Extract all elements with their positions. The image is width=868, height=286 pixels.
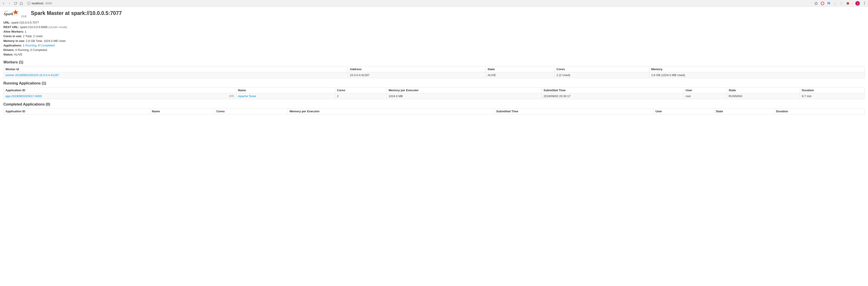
completed-apps-heading: Completed Applications (0) bbox=[3, 102, 865, 106]
meta-drivers: Drivers: 0 Running, 0 Completed bbox=[3, 48, 865, 52]
completed-apps-link[interactable]: Completed bbox=[40, 44, 55, 47]
app-id-link[interactable]: app-20190903203017-0000 bbox=[5, 94, 42, 98]
extension-icon-1[interactable] bbox=[833, 2, 837, 5]
svg-rect-6 bbox=[847, 2, 849, 4]
col-name: Name bbox=[236, 87, 335, 93]
worker-id-link[interactable]: worker-20190903200103-10.0.0.4-41287 bbox=[5, 73, 59, 77]
forward-button[interactable] bbox=[8, 2, 11, 5]
app-name-link[interactable]: Apache Toree bbox=[238, 94, 256, 98]
spark-logo-block: APACHE Spark ™ 2.3.0 bbox=[3, 9, 26, 18]
meta-alive-workers: Alive Workers: 1 bbox=[3, 29, 865, 34]
col-worker-id: Worker Id bbox=[4, 66, 348, 72]
col-state: State bbox=[727, 87, 800, 93]
col-user: User bbox=[684, 87, 727, 93]
address-bar[interactable]: i localhost:8080 bbox=[27, 2, 52, 5]
running-app-row: app-20190903203017-0000(kill) Apache Tor… bbox=[4, 93, 865, 99]
meta-url: URL: spark://10.0.0.5:7077 bbox=[3, 20, 865, 25]
col-cores: Cores bbox=[555, 66, 649, 72]
col-cores: Cores bbox=[335, 87, 386, 93]
toolbar-right: J bbox=[814, 1, 866, 6]
page-title: Spark Master at spark://10.0.0.5:7077 bbox=[31, 10, 122, 16]
col-submitted: Submitted Time bbox=[494, 108, 654, 114]
col-app-id: Application ID bbox=[4, 108, 150, 114]
svg-marker-0 bbox=[814, 2, 817, 5]
worker-address: 10.0.0.4:41287 bbox=[348, 72, 486, 78]
reload-button[interactable] bbox=[13, 2, 17, 5]
workers-heading: Workers (1) bbox=[3, 60, 865, 64]
avatar-letter: J bbox=[857, 2, 858, 5]
app-mem: 1024.0 MB bbox=[386, 93, 541, 99]
menu-button[interactable] bbox=[863, 2, 866, 5]
opera-icon[interactable] bbox=[821, 2, 824, 5]
col-duration: Duration bbox=[774, 108, 864, 114]
meta-rest-url: REST URL: spark://10.0.0.5:6066 (cluster… bbox=[3, 25, 865, 29]
running-apps-link[interactable]: Running bbox=[25, 44, 36, 47]
star-icon[interactable] bbox=[814, 2, 818, 5]
col-name: Name bbox=[150, 108, 214, 114]
page-content: APACHE Spark ™ 2.3.0 Spark Master at spa… bbox=[0, 7, 868, 122]
back-button[interactable] bbox=[2, 2, 5, 5]
svg-rect-7 bbox=[847, 2, 848, 2]
browser-toolbar: i localhost:8080 J bbox=[0, 0, 868, 7]
running-apps-heading: Running Applications (1) bbox=[3, 81, 865, 85]
workers-table: Worker Id Address State Cores Memory wor… bbox=[3, 66, 865, 78]
col-submitted: Submitted Time bbox=[542, 87, 684, 93]
svg-text:APACHE: APACHE bbox=[4, 11, 8, 12]
col-duration: Duration bbox=[800, 87, 864, 93]
svg-text:Spark: Spark bbox=[4, 11, 13, 16]
page-header: APACHE Spark ™ 2.3.0 Spark Master at spa… bbox=[3, 9, 865, 18]
col-memory: Memory bbox=[649, 66, 865, 72]
url-port: :8080 bbox=[44, 2, 52, 5]
worker-row: worker-20190903200103-10.0.0.4-41287 10.… bbox=[4, 72, 865, 78]
worker-cores: 2 (2 Used) bbox=[555, 72, 649, 78]
col-mem: Memory per Executor bbox=[386, 87, 541, 93]
col-mem: Memory per Executor bbox=[288, 108, 494, 114]
spark-version: 2.3.0 bbox=[21, 15, 26, 18]
col-state: State bbox=[714, 108, 774, 114]
meta-memory: Memory in use: 2.8 GB Total, 1024.0 MB U… bbox=[3, 39, 865, 43]
meta-applications: Applications: 1 Running, 0 Completed bbox=[3, 43, 865, 48]
app-duration: 8.7 min bbox=[800, 93, 864, 99]
home-button[interactable] bbox=[20, 2, 23, 5]
app-user: root bbox=[684, 93, 727, 99]
running-apps-table: Application ID Name Cores Memory per Exe… bbox=[3, 87, 865, 99]
completed-apps-table: Application ID Name Cores Memory per Exe… bbox=[3, 108, 865, 114]
site-info-icon[interactable]: i bbox=[27, 2, 30, 5]
worker-state: ALIVE bbox=[486, 72, 555, 78]
extension-icon-2[interactable] bbox=[840, 2, 843, 5]
app-cores: 2 bbox=[335, 93, 386, 99]
app-state: RUNNING bbox=[727, 93, 800, 99]
meta-cores: Cores in use: 2 Total, 2 Used bbox=[3, 34, 865, 38]
svg-text:™: ™ bbox=[16, 15, 17, 16]
extension-icon-3[interactable] bbox=[846, 2, 850, 5]
spark-logo: APACHE Spark ™ bbox=[3, 9, 20, 18]
url-host: localhost bbox=[32, 2, 43, 5]
col-user: User bbox=[654, 108, 714, 114]
meta-status: Status: ALIVE bbox=[3, 52, 865, 57]
dropbox-icon[interactable] bbox=[827, 2, 831, 5]
svg-rect-5 bbox=[840, 2, 842, 4]
col-app-id: Application ID bbox=[4, 87, 236, 93]
col-state: State bbox=[486, 66, 555, 72]
kill-link[interactable]: (kill) bbox=[229, 94, 234, 98]
col-address: Address bbox=[348, 66, 486, 72]
master-meta-list: URL: spark://10.0.0.5:7077 REST URL: spa… bbox=[3, 20, 865, 57]
profile-avatar[interactable]: J bbox=[855, 1, 860, 6]
app-submitted: 2019/09/03 20:30:17 bbox=[542, 93, 684, 99]
col-cores: Cores bbox=[214, 108, 288, 114]
svg-point-1 bbox=[821, 2, 824, 5]
svg-point-2 bbox=[835, 2, 836, 3]
worker-memory: 2.8 GB (1024.0 MB Used) bbox=[649, 72, 865, 78]
